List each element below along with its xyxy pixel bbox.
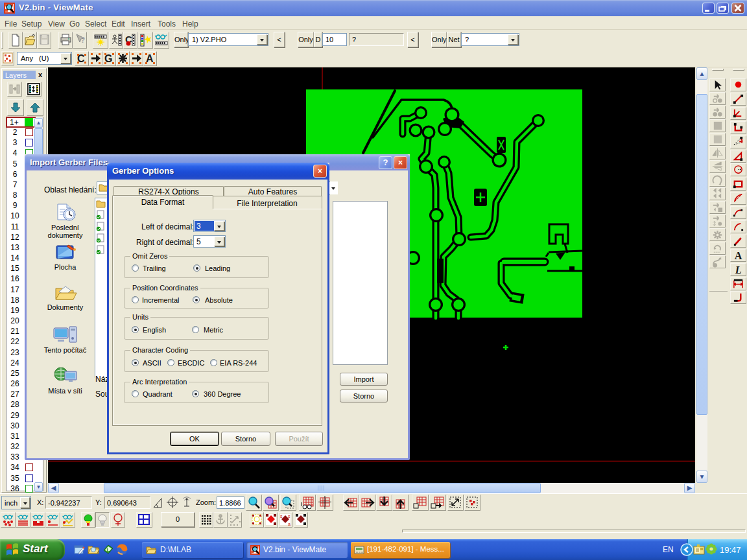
svg-text:L: L (735, 264, 742, 275)
svg-text:?: ? (80, 36, 85, 45)
svg-text:s: s (280, 514, 283, 519)
svg-text:a: a (288, 522, 290, 526)
svg-text:L: L (107, 547, 110, 553)
svg-text:s: s (288, 514, 290, 519)
svg-text:A: A (735, 250, 742, 261)
